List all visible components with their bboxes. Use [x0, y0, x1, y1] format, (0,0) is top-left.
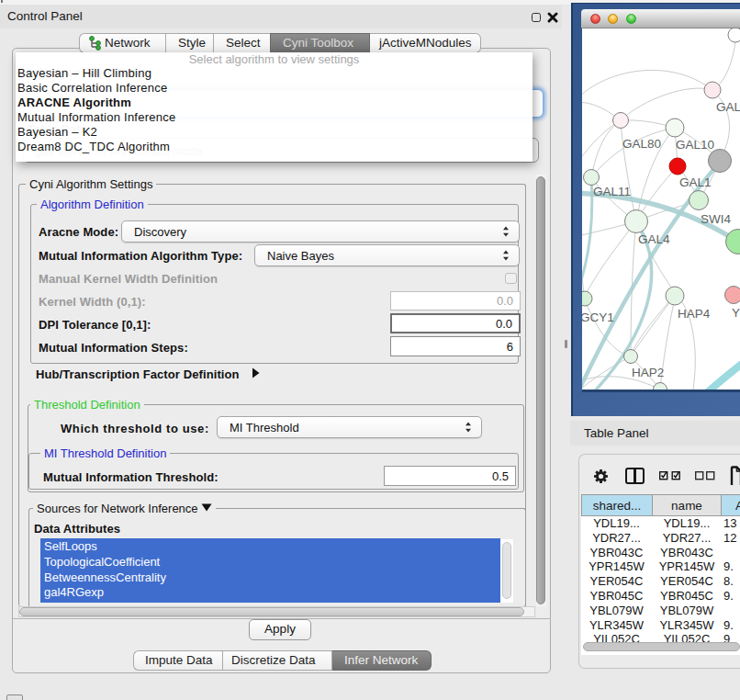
svg-text:HAP2: HAP2 [632, 366, 664, 379]
svg-text:HAP4: HAP4 [678, 307, 711, 321]
svg-text:GCY1: GCY1 [582, 310, 614, 324]
svg-text:Y: Y [732, 306, 740, 320]
svg-text:GAL4: GAL4 [638, 232, 670, 246]
svg-text:GAL: GAL [716, 100, 740, 114]
svg-text:SWI4: SWI4 [701, 212, 731, 226]
svg-text:GAL11: GAL11 [593, 185, 631, 198]
svg-text:GAL10: GAL10 [676, 138, 714, 152]
svg-text:GAL80: GAL80 [622, 137, 661, 151]
svg-text:GAL1: GAL1 [679, 175, 712, 189]
